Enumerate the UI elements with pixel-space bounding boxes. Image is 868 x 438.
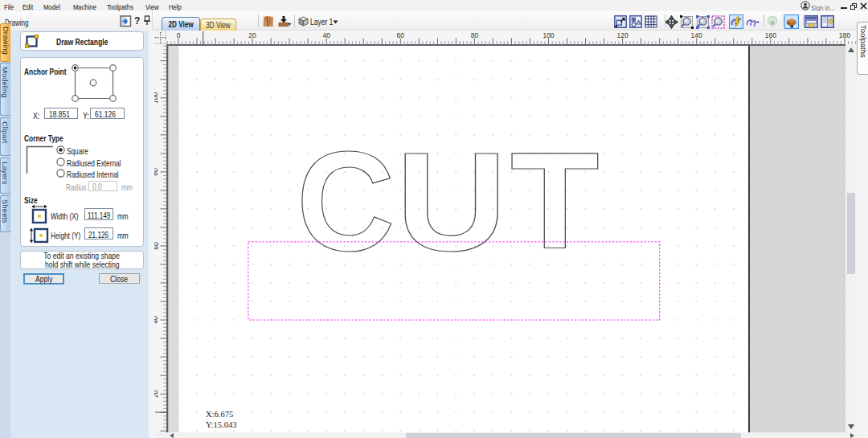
svg-text:U: U bbox=[396, 123, 507, 279]
svg-text:0: 0 bbox=[177, 31, 181, 39]
svg-text:100: 100 bbox=[542, 31, 554, 39]
svg-text:Y:15.043: Y:15.043 bbox=[206, 420, 236, 429]
svg-text:180: 180 bbox=[839, 31, 850, 39]
svg-text:60: 60 bbox=[154, 242, 160, 250]
svg-text:140: 140 bbox=[691, 31, 702, 39]
svg-text:40: 40 bbox=[322, 31, 330, 39]
svg-text:160: 160 bbox=[765, 31, 776, 39]
svg-text:60: 60 bbox=[397, 31, 405, 39]
svg-text:120: 120 bbox=[617, 31, 628, 39]
svg-text:X:6.675: X:6.675 bbox=[206, 410, 233, 419]
svg-text:40: 40 bbox=[154, 316, 160, 324]
svg-text:20: 20 bbox=[154, 390, 160, 398]
svg-text:100: 100 bbox=[154, 92, 160, 103]
svg-text:T: T bbox=[510, 125, 600, 277]
svg-text:C: C bbox=[297, 121, 395, 280]
svg-text:80: 80 bbox=[154, 168, 160, 176]
svg-text:20: 20 bbox=[248, 31, 256, 39]
svg-text:80: 80 bbox=[471, 31, 479, 39]
